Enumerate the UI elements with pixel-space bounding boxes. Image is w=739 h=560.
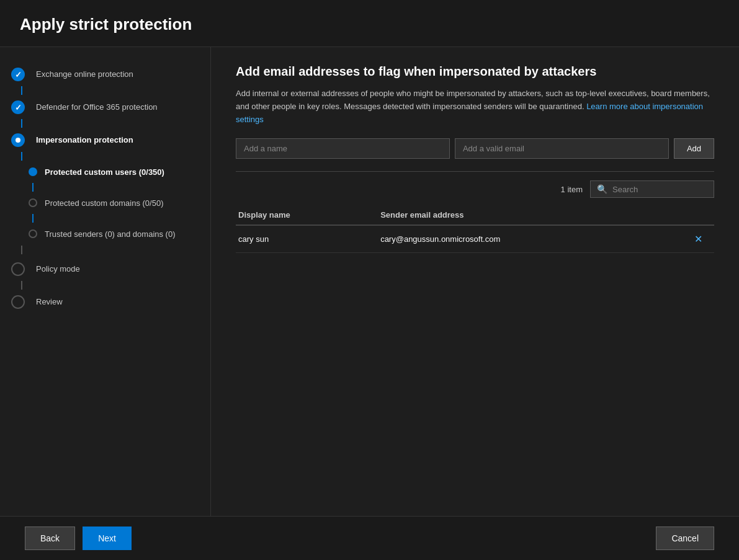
table-controls: 1 item 🔍 (236, 180, 714, 198)
sidebar-item-exchange-online[interactable]: ✓ Exchange online protection (0, 62, 210, 86)
name-input[interactable] (236, 138, 450, 159)
step-indicator-exchange: ✓ (11, 68, 25, 81)
footer-left: Back Next (25, 527, 132, 550)
table-row: cary sun cary@angussun.onmicrosoft.com ✕ (236, 225, 714, 253)
item-count: 1 item (561, 185, 583, 194)
connector-4 (32, 183, 34, 192)
step-indicator-trusted-senders (29, 229, 37, 238)
step-label-exchange: Exchange online protection (36, 68, 133, 80)
connector-5 (32, 214, 34, 223)
data-table: Display name Sender email address cary s… (236, 205, 714, 253)
sidebar-item-impersonation[interactable]: Impersonation protection (0, 128, 210, 152)
search-box: 🔍 (590, 180, 714, 198)
footer: Back Next Cancel (0, 516, 739, 560)
search-icon: 🔍 (597, 184, 607, 194)
back-button[interactable]: Back (25, 527, 75, 550)
connector-3 (21, 152, 22, 161)
next-button[interactable]: Next (83, 527, 132, 550)
step-indicator-defender: ✓ (11, 100, 25, 114)
add-button[interactable]: Add (674, 138, 714, 159)
col-email: Sender email address (378, 205, 689, 225)
add-row: Add (236, 138, 714, 159)
sidebar-item-review[interactable]: Review (0, 290, 210, 314)
cell-display-name: cary sun (236, 225, 378, 253)
step-label-policy: Policy mode (36, 262, 80, 275)
section-description: Add internal or external addresses of pe… (236, 87, 714, 126)
step-label-impersonation: Impersonation protection (36, 133, 133, 146)
cancel-button[interactable]: Cancel (656, 527, 714, 550)
divider (236, 171, 714, 172)
delete-row-button[interactable]: ✕ (692, 233, 705, 245)
step-label-protected-domains: Protected custom domains (0/50) (45, 197, 163, 209)
step-indicator-review (11, 295, 25, 309)
step-label-defender: Defender for Office 365 protection (36, 100, 158, 113)
connector-1 (21, 86, 22, 95)
sidebar-item-defender[interactable]: ✓ Defender for Office 365 protection (0, 95, 210, 119)
sidebar-item-policy-mode[interactable]: Policy mode (0, 257, 210, 281)
connector-2 (21, 119, 22, 128)
table-header-row: Display name Sender email address (236, 205, 714, 225)
step-indicator-protected-users (29, 167, 37, 176)
sidebar-item-protected-users[interactable]: Protected custom users (0/350) (0, 161, 210, 183)
sidebar-item-trusted-senders[interactable]: Trusted senders (0) and domains (0) (0, 223, 210, 245)
col-display-name: Display name (236, 205, 378, 225)
step-indicator-policy (11, 262, 25, 276)
step-label-trusted-senders: Trusted senders (0) and domains (0) (45, 228, 176, 240)
step-label-review: Review (36, 295, 63, 308)
sidebar: ✓ Exchange online protection ✓ Defender … (0, 47, 211, 516)
step-label-protected-users: Protected custom users (0/350) (45, 166, 164, 178)
step-indicator-protected-domains (29, 198, 37, 207)
section-title: Add email addresses to flag when imperso… (236, 64, 714, 79)
cell-email: cary@angussun.onmicrosoft.com (378, 225, 689, 253)
sidebar-item-protected-domains[interactable]: Protected custom domains (0/50) (0, 192, 210, 214)
right-content: Add email addresses to flag when imperso… (211, 47, 739, 516)
connector-6 (21, 246, 22, 254)
email-input[interactable] (455, 138, 669, 159)
search-input[interactable] (612, 185, 707, 194)
page-title: Apply strict protection (0, 0, 739, 47)
connector-7 (21, 281, 22, 290)
step-indicator-impersonation (11, 133, 25, 147)
